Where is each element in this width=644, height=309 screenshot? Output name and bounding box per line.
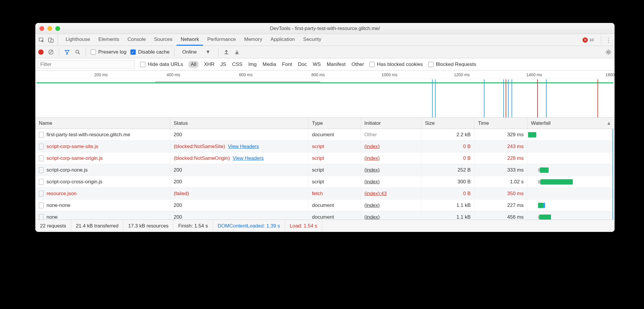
- has-blocked-cookies-checkbox[interactable]: Has blocked cookies: [369, 62, 423, 67]
- titlebar: DevTools - first-party-test-with-resourc…: [35, 23, 615, 34]
- filter-type-all[interactable]: All: [188, 61, 199, 68]
- svg-line-4: [49, 51, 52, 54]
- tab-performance[interactable]: Performance: [203, 34, 240, 46]
- col-initiator[interactable]: Initiator: [361, 118, 421, 129]
- table-row[interactable]: script-corp-same-origin.js(blocked:NotSa…: [35, 152, 615, 164]
- table-row[interactable]: resource.json(failed)fetch(index):430 B3…: [35, 188, 615, 200]
- preserve-log-checkbox[interactable]: Preserve log: [91, 49, 126, 55]
- timeline-tick: 1400 ms: [526, 72, 542, 77]
- timeline-tick: 1000 ms: [381, 72, 397, 77]
- download-har-icon[interactable]: [234, 49, 240, 55]
- timeline-tick: 600 ms: [239, 72, 253, 77]
- clear-button[interactable]: [48, 49, 54, 55]
- table-header: Name Status Type Initiator Size Time Wat…: [35, 118, 615, 129]
- col-time[interactable]: Time: [474, 118, 527, 129]
- tab-security[interactable]: Security: [299, 34, 325, 46]
- initiator-link[interactable]: (index): [364, 179, 380, 185]
- table-row[interactable]: script-corp-same-site.js(blocked:NotSame…: [35, 141, 615, 152]
- table-row[interactable]: script-corp-cross-origin.js200script(ind…: [35, 176, 615, 188]
- tab-network[interactable]: Network: [177, 34, 203, 46]
- status-load: Load: 1.54 s: [285, 220, 322, 232]
- more-menu-icon[interactable]: ⋮: [605, 36, 612, 44]
- filter-type-js[interactable]: JS: [220, 62, 226, 67]
- initiator-link[interactable]: (index): [364, 144, 380, 149]
- svg-point-5: [76, 50, 79, 53]
- status-bar: 22 requests 21.4 kB transferred 17.3 kB …: [35, 220, 615, 232]
- network-toolbar: Preserve log ✓Disable cache Online ▼: [35, 46, 615, 58]
- chevron-down-icon: ▼: [205, 49, 210, 55]
- record-button[interactable]: [38, 49, 44, 55]
- sort-icon: ▲: [606, 120, 611, 126]
- svg-line-6: [79, 53, 80, 54]
- table-row[interactable]: none200document(index)1.1 kB456 ms: [35, 211, 615, 220]
- panel-tabs: LighthouseElementsConsoleSourcesNetworkP…: [35, 34, 615, 46]
- status-resources: 17.3 kB resources: [123, 220, 173, 232]
- col-name[interactable]: Name: [35, 118, 170, 129]
- initiator-link[interactable]: (index): [364, 214, 380, 220]
- throttling-select[interactable]: Online ▼: [179, 48, 213, 56]
- initiator-link[interactable]: (index): [364, 167, 380, 173]
- timeline-tick: 200 ms: [94, 72, 108, 77]
- filter-type-doc[interactable]: Doc: [298, 62, 307, 67]
- file-icon: [39, 144, 44, 149]
- error-count-badge[interactable]: ✕ 10: [580, 37, 597, 43]
- col-size[interactable]: Size: [421, 118, 474, 129]
- tab-lighthouse[interactable]: Lighthouse: [62, 34, 94, 46]
- col-status[interactable]: Status: [170, 118, 308, 129]
- tab-memory[interactable]: Memory: [240, 34, 266, 46]
- search-icon[interactable]: [74, 49, 81, 55]
- status-finish: Finish: 1.54 s: [173, 220, 213, 232]
- error-count: 10: [590, 38, 594, 42]
- timeline-tick: 1600: [605, 72, 615, 77]
- svg-rect-2: [51, 39, 53, 42]
- timeline-tick: 1200 ms: [454, 72, 470, 77]
- filter-type-manifest[interactable]: Manifest: [327, 62, 346, 67]
- disable-cache-checkbox[interactable]: ✓Disable cache: [130, 49, 170, 55]
- view-headers-link[interactable]: View Headers: [228, 144, 259, 149]
- filter-type-ws[interactable]: WS: [313, 62, 321, 67]
- col-type[interactable]: Type: [308, 118, 361, 129]
- table-row[interactable]: first-party-test-with-resource.glitch.me…: [35, 129, 615, 141]
- file-icon: [39, 155, 44, 161]
- file-icon: [39, 179, 44, 185]
- initiator-link[interactable]: (index): [364, 202, 380, 208]
- filter-type-font[interactable]: Font: [282, 62, 292, 67]
- error-icon: ✕: [582, 37, 588, 43]
- inspect-element-icon[interactable]: [38, 37, 45, 43]
- tab-elements[interactable]: Elements: [94, 34, 123, 46]
- status-requests: 22 requests: [35, 220, 71, 232]
- settings-gear-icon[interactable]: [605, 49, 612, 55]
- timeline-tick: 800 ms: [311, 72, 325, 77]
- filter-type-xhr[interactable]: XHR: [204, 62, 215, 67]
- file-icon: [39, 132, 44, 138]
- view-headers-link[interactable]: View Headers: [233, 155, 264, 161]
- device-toolbar-icon[interactable]: [48, 37, 54, 43]
- file-icon: [39, 167, 44, 173]
- request-table-body: first-party-test-with-resource.glitch.me…: [35, 129, 615, 220]
- filter-bar: Hide data URLs All XHRJSCSSImgMediaFontD…: [35, 58, 615, 71]
- table-row[interactable]: none-none200document(index)1.1 kB227 ms: [35, 200, 615, 211]
- window-title: DevTools - first-party-test-with-resourc…: [35, 26, 615, 31]
- tab-application[interactable]: Application: [266, 34, 299, 46]
- file-icon: [39, 202, 44, 208]
- status-transferred: 21.4 kB transferred: [71, 220, 124, 232]
- timeline-tick: 400 ms: [167, 72, 180, 77]
- tab-sources[interactable]: Sources: [150, 34, 176, 46]
- filter-input[interactable]: [38, 60, 135, 69]
- status-dcl: DOMContentLoaded: 1.39 s: [213, 220, 285, 232]
- file-icon: [39, 214, 44, 220]
- filter-type-other[interactable]: Other: [351, 62, 364, 67]
- initiator-link[interactable]: (index): [364, 155, 380, 161]
- col-waterfall[interactable]: Waterfall▲: [527, 118, 615, 129]
- hide-data-urls-checkbox[interactable]: Hide data URLs: [140, 62, 183, 67]
- table-row[interactable]: script-corp-none.js200script(index)252 B…: [35, 164, 615, 176]
- filter-icon[interactable]: [64, 49, 70, 55]
- blocked-requests-checkbox[interactable]: Blocked Requests: [428, 62, 476, 67]
- filter-type-media[interactable]: Media: [263, 62, 276, 67]
- upload-har-icon[interactable]: [223, 49, 230, 55]
- initiator-link[interactable]: (index):43: [364, 191, 387, 197]
- filter-type-img[interactable]: Img: [248, 62, 257, 67]
- timeline-overview[interactable]: 200 ms400 ms600 ms800 ms1000 ms1200 ms14…: [35, 71, 615, 118]
- tab-console[interactable]: Console: [123, 34, 150, 46]
- filter-type-css[interactable]: CSS: [232, 62, 243, 67]
